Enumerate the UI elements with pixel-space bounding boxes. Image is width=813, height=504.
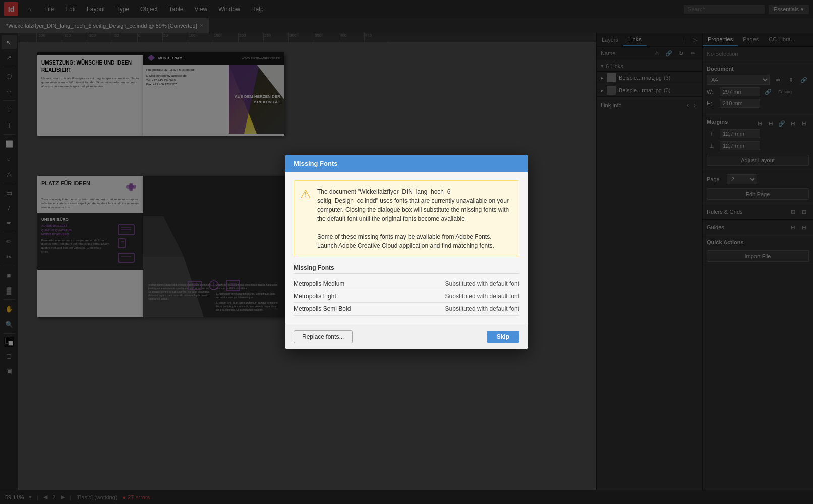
font-name-2: Metropolis Light — [294, 293, 445, 300]
font-status-2: Substituted with default font — [445, 293, 519, 300]
warning-text: The document "WickelfalzfIyer_DIN_lang_h… — [317, 187, 513, 250]
warning-icon: ⚠ — [300, 187, 311, 250]
dialog-title: Missing Fonts — [294, 160, 337, 167]
adobe-fonts-message: Some of these missing fonts may be avail… — [317, 233, 494, 249]
font-row-3: Metropolis Semi Bold Substituted with de… — [294, 303, 519, 316]
skip-button[interactable]: Skip — [487, 331, 519, 343]
warning-message: The document "WickelfalzfIyer_DIN_lang_h… — [317, 188, 509, 222]
missing-fonts-dialog: Missing Fonts ⚠ The document "Wickelfalz… — [285, 155, 528, 349]
dialog-body: ⚠ The document "WickelfalzfIyer_DIN_lang… — [285, 172, 528, 324]
font-status-3: Substituted with default font — [445, 305, 519, 312]
dialog-overlay: Missing Fonts ⚠ The document "Wickelfalz… — [0, 0, 813, 504]
font-row-2: Metropolis Light Substituted with defaul… — [294, 290, 519, 303]
dialog-titlebar: Missing Fonts — [285, 155, 528, 172]
warning-box: ⚠ The document "WickelfalzfIyer_DIN_lang… — [294, 180, 519, 257]
dialog-footer: Replace fonts... Skip — [285, 324, 528, 349]
font-name-1: Metropolis Medium — [294, 280, 445, 287]
font-row-1: Metropolis Medium Substituted with defau… — [294, 278, 519, 290]
font-name-3: Metropolis Semi Bold — [294, 305, 445, 312]
font-status-1: Substituted with default font — [445, 280, 519, 287]
missing-fonts-section-title: Missing Fonts — [294, 264, 519, 274]
replace-fonts-button[interactable]: Replace fonts... — [294, 330, 353, 343]
